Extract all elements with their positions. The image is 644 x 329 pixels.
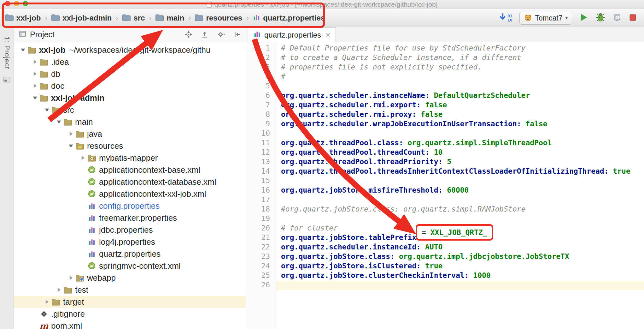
code-line-18[interactable]: #org.quartz.jobStore.class: org.quartz.s…: [276, 205, 644, 214]
tree-item-xxl-job-admin[interactable]: xxl-job-admin: [14, 92, 246, 104]
package-icon: [87, 154, 97, 162]
code-line-17[interactable]: [276, 195, 644, 205]
code-line-23[interactable]: org.quartz.jobStore.class: org.quartz.im…: [276, 252, 644, 262]
tree-item-main[interactable]: main: [14, 116, 246, 128]
stop-button[interactable]: [629, 13, 637, 23]
project-tool-window-button[interactable]: 1: Project: [3, 37, 11, 69]
chevron-collapsed-icon[interactable]: [31, 71, 39, 77]
code-line-7[interactable]: org.quartz.scheduler.rmi.export: false: [276, 101, 644, 110]
collapse-all-icon[interactable]: [201, 31, 208, 38]
chevron-expanded-icon[interactable]: [55, 119, 63, 125]
code-line-9[interactable]: org.quartz.scheduler.wrapJobExecutionInU…: [276, 120, 644, 129]
code-line-11[interactable]: org.quartz.threadPool.class: org.quartz.…: [276, 139, 644, 148]
editor-body[interactable]: 1234567891011121314151617181920212223242…: [246, 42, 644, 329]
chevron-collapsed-icon[interactable]: [67, 131, 75, 137]
code-line-1[interactable]: # Default Properties file for use by Std…: [276, 44, 644, 53]
code-line-16[interactable]: org.quartz.jobStore.misfireThreshold: 60…: [276, 186, 644, 195]
close-tab-icon[interactable]: ×: [326, 31, 331, 39]
settings-gear-icon[interactable]: [217, 30, 225, 39]
tree-item-springmvc-context-xml[interactable]: springmvc-context.xml: [14, 260, 246, 272]
line-number: 17: [246, 195, 276, 205]
project-panel-toolbar: [185, 30, 241, 39]
code-line-19[interactable]: [276, 214, 644, 224]
tree-item-java[interactable]: java: [14, 128, 246, 140]
chevron-collapsed-icon[interactable]: [31, 59, 39, 65]
editor-code[interactable]: # Default Properties file for use by Std…: [276, 42, 644, 329]
breadcrumb-item-xxl-job-admin[interactable]: xxl-job-admin: [51, 14, 112, 23]
code-line-24[interactable]: org.quartz.jobStore.isClustered: true: [276, 262, 644, 271]
coverage-button[interactable]: [612, 13, 622, 23]
close-window-icon[interactable]: [5, 1, 10, 6]
chevron-expanded-icon[interactable]: [43, 107, 51, 113]
tree-item-quartz-properties[interactable]: quartz.properties: [14, 248, 246, 260]
locate-icon[interactable]: [185, 31, 192, 38]
tree-item-log4j-properties[interactable]: log4j.properties: [14, 236, 246, 248]
chevron-expanded-icon[interactable]: [67, 143, 75, 149]
tree-item-config-properties[interactable]: config.properties: [14, 200, 246, 212]
tree-item-mybatis-mapper[interactable]: mybatis-mapper: [14, 152, 246, 164]
code-line-8[interactable]: org.quartz.scheduler.rmi.proxy: false: [276, 110, 644, 120]
chevron-collapsed-icon[interactable]: [79, 155, 87, 161]
run-configuration-selector[interactable]: Tomcat7 ▾: [519, 12, 572, 25]
tree-item-idea[interactable]: .idea: [14, 56, 246, 68]
tree-item-db[interactable]: db: [14, 68, 246, 80]
jump-to-line-indicator[interactable]: 01 10: [499, 13, 512, 23]
folder-icon: [39, 70, 49, 78]
tree-item-doc[interactable]: doc: [14, 80, 246, 92]
folder-icon: [39, 58, 49, 66]
code-line-4[interactable]: #: [276, 72, 644, 82]
breadcrumb-item-quartz-properties[interactable]: quartz.properties: [253, 14, 325, 23]
tree-item-target[interactable]: target: [14, 296, 246, 308]
tree-item-gitignore[interactable]: .gitignore: [14, 308, 246, 320]
breadcrumb-item-src[interactable]: src: [122, 14, 145, 23]
line-number: 3: [246, 63, 276, 72]
hide-panel-icon[interactable]: [234, 31, 241, 38]
debug-button[interactable]: [595, 12, 606, 24]
tree-item-applicationcontext-base-xml[interactable]: applicationcontext-base.xml: [14, 164, 246, 176]
code-line-22[interactable]: org.quartz.scheduler.instanceId: AUTO: [276, 243, 644, 252]
line-number: 5: [246, 82, 276, 91]
chevron-collapsed-icon[interactable]: [67, 275, 75, 281]
run-button[interactable]: [579, 13, 588, 23]
code-line-12[interactable]: org.quartz.threadPool.threadCount: 10: [276, 148, 644, 158]
tree-item-applicationcontext-xxl-job-xml[interactable]: applicationcontext-xxl-job.xml: [14, 188, 246, 200]
fullscreen-window-icon[interactable]: [23, 1, 28, 6]
property-value: 10: [430, 148, 443, 156]
tab-quartz-properties[interactable]: quartz.properties ×: [248, 27, 336, 42]
code-line-6[interactable]: org.quartz.scheduler.instanceName: Defau…: [276, 91, 644, 101]
breadcrumb-item-resources[interactable]: resources: [195, 14, 242, 23]
code-line-2[interactable]: # to create a Quartz Scheduler Instance,…: [276, 53, 644, 63]
tree-item-test[interactable]: test: [14, 284, 246, 296]
code-line-14[interactable]: org.quartz.threadPool.threadsInheritCont…: [276, 167, 644, 176]
breadcrumb-item-main[interactable]: main: [155, 14, 184, 23]
chevron-expanded-icon[interactable]: [31, 95, 39, 101]
property-value: false: [421, 101, 447, 109]
minimize-window-icon[interactable]: [14, 1, 19, 6]
tree-item-applicationcontext-database-xml[interactable]: applicationcontext-database.xml: [14, 176, 246, 188]
tree-item-label: springmvc-context.xml: [99, 261, 181, 271]
properties-icon: [87, 214, 97, 222]
chevron-down-icon: ▾: [565, 15, 568, 21]
tree-item-webapp[interactable]: webapp: [14, 272, 246, 284]
chevron-collapsed-icon[interactable]: [31, 83, 39, 89]
breadcrumb-separator: ›: [149, 13, 151, 23]
folder-crumb-icon: [122, 14, 131, 23]
tree-item-label: freemarker.properties: [99, 213, 177, 223]
code-line-13[interactable]: org.quartz.threadPool.threadPriority: 5: [276, 158, 644, 167]
tree-item-freemarker-properties[interactable]: freemarker.properties: [14, 212, 246, 224]
chevron-collapsed-icon[interactable]: [55, 287, 63, 293]
code-line-25[interactable]: org.quartz.jobStore.clusterCheckinInterv…: [276, 271, 644, 281]
chevron-collapsed-icon[interactable]: [43, 299, 51, 305]
code-line-5[interactable]: [276, 82, 644, 91]
code-line-15[interactable]: [276, 176, 644, 186]
tree-item-pom-xml[interactable]: mpom.xml: [14, 320, 246, 329]
tree-item-jdbc-properties[interactable]: jdbc.properties: [14, 224, 246, 236]
code-line-26[interactable]: [276, 281, 644, 290]
code-line-10[interactable]: [276, 129, 644, 139]
code-line-3[interactable]: # properties file is not explicitly spec…: [276, 63, 644, 72]
breadcrumb-item-xxl-job[interactable]: xxl-job: [5, 14, 41, 23]
tree-item-src[interactable]: src: [14, 104, 246, 116]
tree-item-xxl-job[interactable]: xxl-job ~/workspaces/idea-git-workspace/…: [14, 44, 246, 56]
chevron-expanded-icon[interactable]: [19, 47, 27, 53]
tree-item-resources[interactable]: resources: [14, 140, 246, 152]
